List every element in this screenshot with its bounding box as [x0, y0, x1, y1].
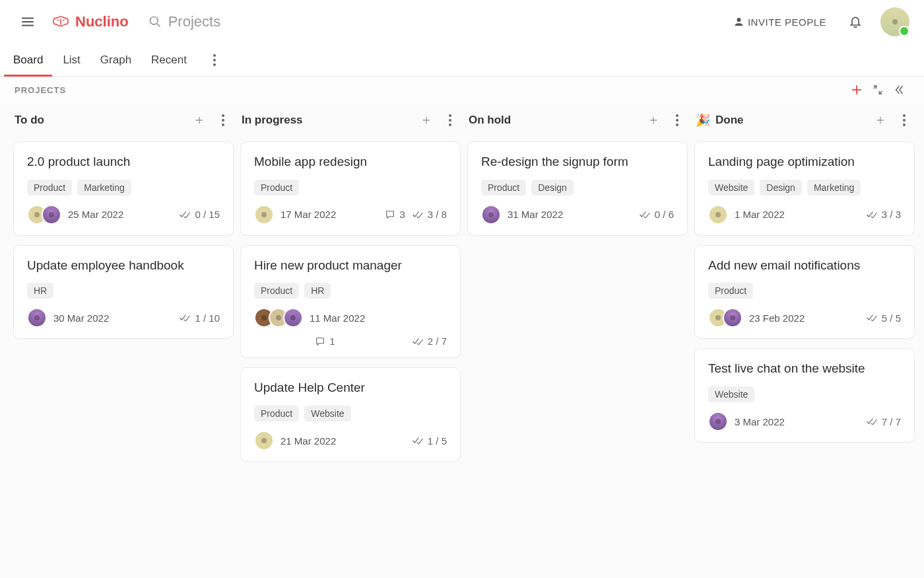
card-avatars	[254, 205, 274, 225]
card-title: Update employee handbook	[27, 258, 220, 274]
card-title: Mobile app redesign	[254, 154, 447, 170]
tag: Marketing	[807, 180, 861, 196]
card[interactable]: Update Help CenterProductWebsite21 Mar 2…	[240, 367, 461, 462]
dots-vertical-icon	[213, 54, 216, 66]
view-tab-graph[interactable]: Graph	[100, 44, 131, 76]
card-avatars	[708, 205, 728, 225]
column-to-do: To do2.0 product launchProductMarketing2…	[13, 108, 234, 339]
view-tab-list[interactable]: List	[63, 44, 80, 76]
card-avatars	[708, 412, 728, 431]
tag: Design	[760, 180, 802, 196]
avatar	[723, 308, 742, 328]
app-logo[interactable]: Nuclino	[50, 13, 129, 30]
card[interactable]: Landing page optimizationWebsiteDesignMa…	[694, 141, 915, 236]
card-date: 23 Feb 2022	[749, 312, 805, 324]
search-icon	[148, 15, 162, 28]
add-card-button[interactable]	[190, 111, 209, 129]
collapse-columns-button[interactable]	[867, 79, 888, 100]
plus-icon	[648, 115, 659, 126]
column-header: 🎉Done	[694, 108, 915, 132]
comment-icon	[315, 336, 325, 347]
dots-vertical-icon	[903, 114, 906, 126]
checklist-icon	[866, 417, 878, 426]
card-footer: 30 Mar 20221 / 10	[27, 308, 220, 328]
card[interactable]: Test live chat on the websiteWebsite3 Ma…	[694, 348, 915, 443]
add-card-button[interactable]	[644, 111, 663, 129]
card-checklist: 3 / 8	[412, 209, 447, 220]
invite-people-button[interactable]: INVITE PEOPLE	[725, 12, 833, 32]
avatar	[254, 205, 274, 225]
notifications-button[interactable]	[842, 9, 869, 35]
avatar	[42, 205, 61, 225]
tag: Marketing	[77, 180, 131, 196]
card-checklist: 1 / 10	[179, 312, 220, 324]
tag: Product	[254, 180, 299, 196]
card-date: 30 Mar 2022	[53, 312, 109, 324]
tag: HR	[27, 283, 53, 299]
card-tags: ProductDesign	[481, 180, 674, 196]
card-checklist: 1 / 5	[412, 435, 447, 447]
column-more-button[interactable]	[214, 111, 232, 129]
hide-sidebar-button[interactable]	[888, 79, 909, 100]
collapse-icon	[872, 84, 884, 96]
tag: Design	[531, 180, 574, 196]
card-tags: WebsiteDesignMarketing	[708, 180, 901, 196]
plus-icon	[421, 115, 432, 126]
tag: Website	[708, 180, 754, 196]
card-tags: ProductWebsite	[254, 406, 447, 421]
view-tab-recent[interactable]: Recent	[151, 44, 187, 76]
card-avatars	[254, 308, 303, 328]
search-input[interactable]: Projects	[148, 13, 220, 30]
person-add-icon	[732, 16, 744, 28]
add-card-button[interactable]	[871, 111, 890, 129]
card-title: Update Help Center	[254, 380, 447, 396]
checklist-icon	[412, 337, 424, 346]
card-tags: Product	[708, 283, 901, 299]
card-footer: 17 Mar 202233 / 8	[254, 205, 447, 225]
card-footer: 25 Mar 20220 / 15	[27, 205, 220, 225]
card[interactable]: Hire new product managerProductHR11 Mar …	[240, 245, 461, 359]
tag: Product	[254, 406, 299, 421]
column-more-button[interactable]	[895, 111, 913, 129]
dots-vertical-icon	[676, 114, 678, 126]
chevron-double-left-icon	[893, 84, 905, 96]
add-column-button[interactable]	[846, 79, 867, 100]
card[interactable]: 2.0 product launchProductMarketing25 Mar…	[13, 141, 234, 236]
tag: Website	[708, 386, 754, 402]
card-tags: ProductMarketing	[27, 180, 220, 196]
view-tab-board[interactable]: Board	[13, 44, 43, 76]
card[interactable]: Add new email notificationsProduct23 Feb…	[694, 245, 915, 340]
card-tags: ProductHR	[254, 283, 447, 299]
card[interactable]: Update employee handbookHR30 Mar 20221 /…	[13, 245, 234, 340]
column-more-button[interactable]	[441, 111, 459, 129]
avatar	[283, 308, 303, 328]
card[interactable]: Re-design the signup formProductDesign31…	[467, 141, 688, 236]
card-avatars	[27, 205, 61, 225]
column-emoji: 🎉	[696, 113, 710, 127]
card-date: 11 Mar 2022	[310, 312, 365, 324]
checklist-icon	[866, 313, 878, 322]
card-date: 25 Mar 2022	[68, 209, 123, 220]
card-date: 21 Mar 2022	[280, 435, 336, 447]
card-avatars	[481, 205, 501, 225]
card-title: Hire new product manager	[254, 258, 447, 274]
column-more-button[interactable]	[668, 111, 686, 129]
plus-icon	[851, 84, 863, 96]
view-tabs-more-button[interactable]	[207, 54, 222, 66]
board-title: PROJECTS	[15, 85, 66, 95]
app-name: Nuclino	[75, 13, 129, 30]
card-comments: 1	[315, 336, 335, 347]
column-title: In progress	[242, 114, 303, 127]
add-card-button[interactable]	[417, 111, 436, 129]
search-placeholder: Projects	[168, 13, 220, 30]
card-date: 1 Mar 2022	[735, 209, 785, 220]
card-footer-extra: 12 / 7	[254, 336, 447, 347]
card-avatars	[254, 431, 274, 451]
avatar	[27, 308, 47, 328]
checklist-icon	[412, 436, 424, 445]
menu-button[interactable]	[15, 9, 41, 35]
card-footer: 31 Mar 20220 / 6	[481, 205, 674, 225]
current-user-avatar[interactable]	[880, 7, 909, 36]
card[interactable]: Mobile app redesignProduct17 Mar 202233 …	[240, 141, 461, 236]
card-tags: HR	[27, 283, 220, 299]
